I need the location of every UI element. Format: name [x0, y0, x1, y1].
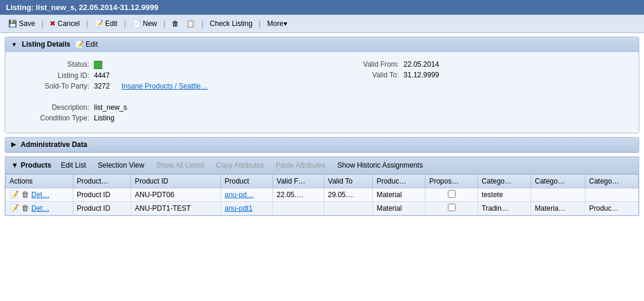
valid-from-label: Valid From:: [346, 60, 399, 68]
col-proposed: Propos…: [425, 174, 478, 188]
col-category1: Catego…: [478, 174, 531, 188]
status-label: Status:: [11, 60, 94, 68]
valid-from-row: Valid From: 22.05.2014: [346, 60, 439, 68]
row-delete-icon[interactable]: 🗑: [21, 204, 29, 212]
sep3: |: [124, 19, 126, 28]
cancel-button[interactable]: ✖ Cancel: [47, 18, 82, 29]
sold-to-party-link[interactable]: Insane Products / Seattle…: [122, 82, 208, 90]
admin-data-toggle[interactable]: ▶: [11, 141, 16, 148]
edit-icon: 📝: [95, 19, 103, 28]
col-product-id: Product ID: [131, 174, 221, 188]
products-table: Actions Product… Product ID Product Vali…: [5, 174, 639, 215]
cell-category-1: Tradin…: [478, 201, 531, 215]
product-link[interactable]: anu-pd…: [225, 191, 253, 199]
admin-data-section: ▶ Administrative Data: [5, 137, 639, 153]
valid-to-label: Valid To:: [346, 71, 399, 79]
products-toggle[interactable]: ▼: [11, 161, 18, 169]
cell-valid-from: 22.05.…: [273, 188, 324, 201]
copy-button[interactable]: 📋: [184, 18, 197, 29]
col-valid-from: Valid F…: [273, 174, 324, 188]
cell-proposed[interactable]: [425, 188, 478, 201]
sep6: |: [259, 19, 261, 28]
new-button[interactable]: 📄 New: [130, 18, 160, 29]
cell-actions: 📝 🗑 Det…: [6, 188, 73, 201]
more-button[interactable]: More▾: [265, 18, 289, 29]
table-row: 📝 🗑 Det… Product IDANU-PDT06anu-pd…22.05…: [6, 188, 639, 201]
row-delete-icon[interactable]: 🗑: [21, 190, 29, 199]
show-all-listed-button: Show All Listed: [154, 160, 206, 171]
col-actions: Actions: [6, 174, 73, 188]
listing-details-body: Status: Listing ID: 4447 Sold-To Party: …: [5, 52, 639, 133]
condition-type-value: Listing: [94, 114, 115, 122]
status-row: Status:: [11, 60, 298, 69]
col-valid-to: Valid To: [324, 174, 373, 188]
products-section: ▼ Products Edit List Selection View Show…: [5, 156, 639, 216]
cell-product-cat: Material: [373, 188, 425, 201]
sep4: |: [164, 19, 165, 28]
listing-details-section: ▼ Listing Details 📝 Edit Status: Listing…: [5, 37, 639, 133]
new-icon: 📄: [132, 19, 141, 28]
products-header: ▼ Products Edit List Selection View Show…: [5, 157, 639, 174]
col-category2: Catego…: [531, 174, 586, 188]
save-button[interactable]: 💾 Save: [6, 18, 37, 29]
edit-list-button[interactable]: Edit List: [58, 160, 89, 171]
cell-category-1: testete: [478, 188, 531, 201]
title-text: Listing: list_new_s, 22.05.2014-31.12.99…: [6, 3, 158, 12]
row-edit-icon[interactable]: 📝: [9, 204, 19, 212]
sold-to-party-label: Sold-To Party:: [11, 82, 94, 90]
cell-proposed[interactable]: [425, 201, 478, 215]
cell-product-link[interactable]: anu-pd…: [221, 188, 273, 201]
form-left: Status: Listing ID: 4447 Sold-To Party: …: [11, 60, 298, 125]
row-det-link[interactable]: Det…: [31, 204, 50, 212]
sold-to-party-row: Sold-To Party: 3272 Insane Products / Se…: [11, 82, 298, 90]
status-value: [94, 60, 102, 69]
edit-button[interactable]: 📝 Edit: [92, 18, 120, 29]
cell-category-2: Materia…: [531, 201, 586, 215]
delete-icon: 🗑: [172, 19, 179, 28]
cell-valid-to: [324, 201, 373, 215]
proposed-checkbox[interactable]: [448, 204, 456, 211]
copy-attributes-button: Copy Attributes: [213, 160, 266, 171]
cell-category-2: [531, 188, 586, 201]
sep1: |: [41, 19, 43, 28]
products-label: Products: [21, 161, 51, 169]
sep5: |: [201, 19, 203, 28]
cell-valid-from: [273, 201, 324, 215]
status-green-indicator: [94, 61, 102, 69]
save-icon: 💾: [8, 19, 17, 28]
col-product-type: Product…: [73, 174, 131, 188]
listing-id-label: Listing ID:: [11, 71, 94, 80]
row-edit-icon[interactable]: 📝: [9, 190, 19, 199]
description-row: Description: list_new_s: [11, 103, 298, 112]
cell-product-id: ANU-PDT1-TEST: [131, 201, 221, 215]
main-toolbar: 💾 Save | ✖ Cancel | 📝 Edit | 📄 New | 🗑 📋…: [0, 15, 644, 33]
cell-product-link[interactable]: anu-pdt1: [221, 201, 273, 215]
title-bar: Listing: list_new_s, 22.05.2014-31.12.99…: [0, 0, 644, 15]
selection-view-button[interactable]: Selection View: [96, 160, 147, 171]
show-historic-assignments-button[interactable]: Show Historic Assignments: [335, 160, 425, 171]
listing-details-edit-button[interactable]: 📝 Edit: [75, 40, 98, 48]
cell-product-id: ANU-PDT06: [131, 188, 221, 201]
proposed-checkbox[interactable]: [448, 190, 456, 198]
product-link[interactable]: anu-pdt1: [225, 204, 252, 212]
table-row: 📝 🗑 Det… Product IDANU-PDT1-TESTanu-pdt1…: [6, 201, 639, 215]
row-det-link[interactable]: Det…: [31, 191, 50, 199]
spacer-row: [11, 93, 298, 101]
listing-details-header: ▼ Listing Details 📝 Edit: [5, 37, 639, 52]
col-product-cat: Produc…: [373, 174, 425, 188]
listing-details-form: Status: Listing ID: 4447 Sold-To Party: …: [5, 58, 639, 127]
condition-type-row: Condition Type: Listing: [11, 114, 298, 122]
cell-actions: 📝 🗑 Det…: [6, 201, 73, 215]
products-title: ▼ Products: [11, 161, 51, 169]
description-label: Description:: [11, 103, 94, 112]
col-product: Product: [221, 174, 273, 188]
listing-details-toggle[interactable]: ▼: [11, 41, 17, 48]
valid-from-value: 22.05.2014: [404, 60, 439, 68]
cell-product-type: Product ID: [73, 201, 131, 215]
cell-valid-to: 29.05.…: [324, 188, 373, 201]
listing-details-edit-icon: 📝: [75, 40, 84, 48]
delete-button[interactable]: 🗑: [170, 18, 181, 29]
copy-icon: 📋: [186, 19, 195, 28]
admin-data-header[interactable]: ▶ Administrative Data: [5, 138, 639, 152]
check-listing-button[interactable]: Check Listing: [207, 18, 255, 29]
